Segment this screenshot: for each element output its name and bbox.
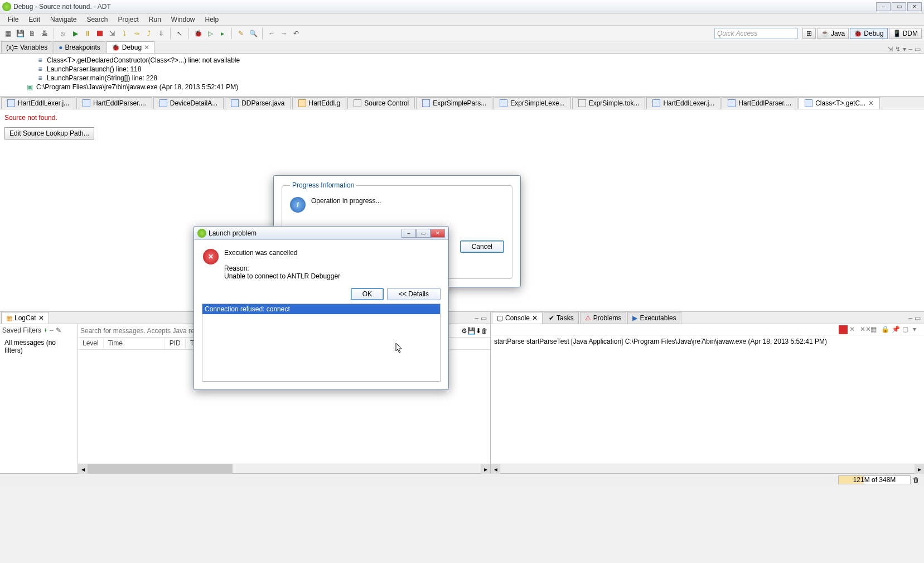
scroll-right-icon[interactable]: ▸ bbox=[915, 464, 924, 474]
tab-logcat[interactable]: ▦LogCat ✕ bbox=[1, 312, 49, 324]
editor-tab[interactable]: DeviceDetailA... bbox=[153, 97, 224, 109]
editor-tab[interactable]: ExprSimpleLexe... bbox=[494, 97, 570, 109]
close-icon[interactable]: ✕ bbox=[532, 314, 538, 322]
search-tb-icon[interactable]: 🔍 bbox=[248, 28, 259, 39]
stack-frame[interactable]: ≡LaunchParser.main(String[]) line: 228 bbox=[1, 74, 923, 83]
tab-breakpoints[interactable]: ●Breakpoints bbox=[54, 41, 105, 53]
resume-icon[interactable]: ▶ bbox=[70, 28, 81, 39]
maximize-view-icon[interactable]: ▭ bbox=[481, 314, 487, 322]
menu-window[interactable]: Window bbox=[167, 15, 200, 25]
perspective-ddms[interactable]: 📱 DDM bbox=[889, 28, 922, 39]
minimize-button[interactable]: – bbox=[401, 229, 416, 238]
close-icon[interactable]: ✕ bbox=[868, 99, 874, 107]
tab-console[interactable]: ▢Console ✕ bbox=[492, 312, 543, 324]
collapse-icon[interactable]: ⇲ bbox=[887, 45, 893, 53]
terminate-icon[interactable] bbox=[839, 325, 848, 334]
filter-all-messages[interactable]: All messages (no filters) bbox=[2, 338, 75, 355]
scroll-left-icon[interactable]: ◂ bbox=[78, 464, 88, 474]
edit-source-lookup-button[interactable]: Edit Source Lookup Path... bbox=[4, 127, 94, 139]
tab-debug[interactable]: 🐞Debug ✕ bbox=[107, 41, 154, 53]
remove-filter-icon[interactable]: – bbox=[50, 326, 54, 334]
suspend-icon[interactable]: ⏸ bbox=[82, 28, 93, 39]
minimize-view-icon[interactable]: – bbox=[475, 314, 478, 322]
verbose-icon[interactable]: ⚙ bbox=[461, 327, 467, 335]
heap-status[interactable]: 121M of 348M bbox=[838, 475, 911, 484]
menu-search[interactable]: Search bbox=[82, 15, 112, 25]
remove-all-icon[interactable]: ✕✕ bbox=[860, 325, 869, 334]
skip-breakpoints-icon[interactable]: ⦸ bbox=[57, 28, 69, 39]
open-type-icon[interactable]: ✎ bbox=[235, 28, 246, 39]
ext-tools-icon[interactable]: ▸ bbox=[217, 28, 228, 39]
scroll-lock-icon[interactable]: ⬇ bbox=[476, 327, 481, 335]
col-level[interactable]: Level bbox=[78, 338, 104, 349]
print-icon[interactable]: 🖶 bbox=[39, 28, 50, 39]
nav-fwd-icon[interactable]: → bbox=[278, 28, 289, 39]
nav-last-icon[interactable]: ↶ bbox=[291, 28, 302, 39]
scroll-left-icon[interactable]: ◂ bbox=[491, 464, 500, 474]
open-perspective-button[interactable]: ⊞ bbox=[802, 28, 816, 39]
menu-project[interactable]: Project bbox=[113, 15, 143, 25]
editor-tab[interactable]: Source Control bbox=[347, 97, 415, 109]
menu-help[interactable]: Help bbox=[201, 15, 224, 25]
editor-tab[interactable]: ExprSimplePars... bbox=[416, 97, 492, 109]
link-icon[interactable]: ↯ bbox=[895, 45, 901, 53]
stack-process[interactable]: ▣C:\Program Files\Java\jre7\bin\javaw.ex… bbox=[1, 83, 923, 92]
detail-line[interactable]: Connection refused: connect bbox=[202, 304, 440, 314]
details-button[interactable]: << Details bbox=[387, 288, 441, 300]
close-button[interactable]: ✕ bbox=[907, 2, 922, 11]
step-into-icon[interactable]: ⤵ bbox=[119, 28, 130, 39]
clear-console-icon[interactable]: ▦ bbox=[870, 325, 879, 334]
dialog-titlebar[interactable]: Launch problem – ▭ ✕ bbox=[194, 227, 448, 240]
disconnect-icon[interactable]: ⇲ bbox=[107, 28, 118, 39]
editor-tab[interactable]: Class<T>.getC... ✕ bbox=[799, 97, 880, 109]
maximize-view-icon[interactable]: ▭ bbox=[915, 45, 921, 53]
perspective-java[interactable]: ☕ Java bbox=[817, 28, 849, 39]
display-console-icon[interactable]: ▢ bbox=[902, 325, 911, 334]
col-time[interactable]: Time bbox=[104, 338, 165, 349]
maximize-view-icon[interactable]: ▭ bbox=[915, 314, 921, 322]
editor-tab[interactable]: ExprSimple.tok... bbox=[572, 97, 646, 109]
debug-launch-icon[interactable]: 🐞 bbox=[192, 28, 204, 39]
close-icon[interactable]: ✕ bbox=[38, 314, 44, 322]
h-scrollbar[interactable]: ◂ ▸ bbox=[491, 464, 924, 473]
col-pid[interactable]: PID bbox=[165, 338, 186, 349]
save-all-icon[interactable]: 🗎 bbox=[27, 28, 38, 39]
minimize-button[interactable]: – bbox=[876, 2, 891, 11]
menu-run[interactable]: Run bbox=[144, 15, 166, 25]
tab-variables[interactable]: (x)=Variables bbox=[1, 41, 52, 53]
ok-button[interactable]: OK bbox=[351, 288, 384, 300]
add-filter-icon[interactable]: + bbox=[43, 326, 47, 334]
step-return-icon[interactable]: ⤴ bbox=[143, 28, 154, 39]
maximize-button[interactable]: ▭ bbox=[416, 229, 430, 238]
h-scrollbar[interactable]: ◂ ▸ bbox=[78, 464, 490, 473]
editor-tab[interactable]: HartEddlLexer.j... bbox=[646, 97, 720, 109]
clear-log-icon[interactable]: 🗑 bbox=[481, 327, 488, 335]
minimize-view-icon[interactable]: – bbox=[908, 45, 912, 53]
stack-frame[interactable]: ≡LaunchParser.launch() line: 118 bbox=[1, 65, 923, 74]
step-over-icon[interactable]: ⤼ bbox=[131, 28, 142, 39]
nav-back-icon[interactable]: ← bbox=[266, 28, 277, 39]
perspective-debug[interactable]: 🐞 Debug bbox=[850, 28, 887, 39]
editor-tab[interactable]: HartEddl.g bbox=[292, 97, 347, 109]
tab-problems[interactable]: ⚠Problems bbox=[580, 312, 627, 324]
menu-navigate[interactable]: Navigate bbox=[46, 15, 81, 25]
save-icon[interactable]: 💾 bbox=[14, 28, 26, 39]
minimize-view-icon[interactable]: – bbox=[908, 314, 912, 322]
menu-edit[interactable]: Edit bbox=[24, 15, 45, 25]
gc-icon[interactable]: 🗑 bbox=[913, 476, 920, 484]
close-button[interactable]: ✕ bbox=[430, 229, 445, 238]
remove-launch-icon[interactable]: ✕ bbox=[849, 325, 858, 334]
tab-tasks[interactable]: ✔Tasks bbox=[544, 312, 579, 324]
drop-frame-icon[interactable]: ⇩ bbox=[156, 28, 167, 39]
quick-access-input[interactable]: Quick Access bbox=[714, 28, 798, 39]
scroll-right-icon[interactable]: ▸ bbox=[481, 464, 490, 474]
pin-console-icon[interactable]: 📌 bbox=[892, 325, 901, 334]
menu-icon[interactable]: ▾ bbox=[903, 45, 906, 53]
close-icon[interactable]: ✕ bbox=[144, 44, 149, 51]
run-launch-icon[interactable]: ▷ bbox=[205, 28, 216, 39]
new-icon[interactable]: ▦ bbox=[2, 28, 13, 39]
scroll-thumb[interactable] bbox=[88, 464, 233, 474]
cursor-icon[interactable]: ↖ bbox=[174, 28, 185, 39]
editor-tab[interactable]: HartEddlParser.... bbox=[76, 97, 152, 109]
open-console-icon[interactable]: ▾ bbox=[913, 325, 922, 334]
